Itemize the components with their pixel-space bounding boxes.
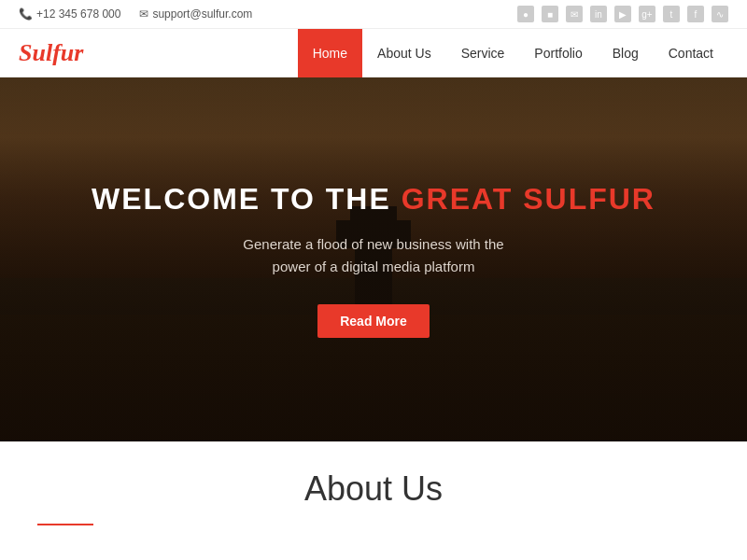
- nav-home[interactable]: Home: [298, 29, 362, 77]
- phone-number: +12 345 678 000: [36, 7, 120, 21]
- top-bar: 📞 +12 345 678 000 ✉ support@sulfur.com ●…: [0, 0, 747, 29]
- top-bar-contact: 📞 +12 345 678 000 ✉ support@sulfur.com: [19, 7, 252, 21]
- nav-service[interactable]: Service: [446, 29, 520, 77]
- nav-about[interactable]: About Us: [362, 29, 446, 77]
- nav-blog[interactable]: Blog: [598, 29, 654, 77]
- phone-icon: 📞: [19, 7, 33, 21]
- social-gplus-icon[interactable]: g+: [639, 6, 655, 22]
- social-facebook-icon[interactable]: f: [687, 6, 704, 22]
- email-address: support@sulfur.com: [152, 7, 252, 21]
- social-twitter-icon[interactable]: t: [663, 6, 680, 22]
- email-info: ✉ support@sulfur.com: [139, 7, 252, 21]
- hero-title: WELCOME TO THE GREAT SULFUR: [92, 182, 655, 217]
- read-more-button[interactable]: Read More: [317, 304, 430, 338]
- site-logo[interactable]: Sulfur: [19, 39, 83, 67]
- nav-links: Home About Us Service Portfolio Blog Con…: [298, 29, 728, 77]
- about-section: About Us: [0, 441, 747, 535]
- hero-title-highlight: GREAT SULFUR: [402, 182, 655, 216]
- email-icon: ✉: [139, 7, 148, 21]
- nav-portfolio[interactable]: Portfolio: [519, 29, 597, 77]
- social-camera-icon[interactable]: ●: [517, 6, 534, 22]
- social-grid-icon[interactable]: ■: [542, 6, 558, 22]
- social-mail-icon[interactable]: ✉: [566, 6, 583, 22]
- navbar: Sulfur Home About Us Service Portfolio B…: [0, 29, 747, 77]
- social-rss-icon[interactable]: ∿: [712, 6, 728, 22]
- about-divider: [37, 524, 93, 525]
- social-linkedin-icon[interactable]: in: [590, 6, 607, 22]
- hero-content: WELCOME TO THE GREAT SULFUR Generate a f…: [54, 182, 693, 338]
- hero-title-prefix: WELCOME TO THE: [92, 182, 402, 216]
- phone-info: 📞 +12 345 678 000: [19, 7, 120, 21]
- hero-subtitle: Generate a flood of new business with th…: [92, 233, 655, 278]
- social-icons: ● ■ ✉ in ▶ g+ t f ∿: [517, 6, 728, 22]
- social-youtube-icon[interactable]: ▶: [614, 6, 631, 22]
- about-title: About Us: [19, 469, 728, 509]
- nav-contact[interactable]: Contact: [654, 29, 728, 77]
- hero-section: WELCOME TO THE GREAT SULFUR Generate a f…: [0, 77, 747, 441]
